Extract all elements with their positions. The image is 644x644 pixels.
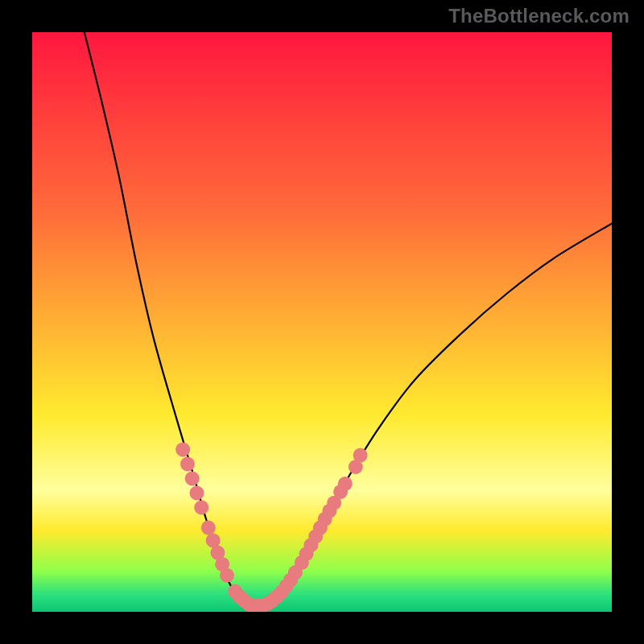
svg-rect-0 [32, 32, 612, 612]
chart-stage: TheBottleneck.com [0, 0, 644, 644]
background-gradient [32, 32, 612, 612]
branding-label: TheBottleneck.com [448, 5, 630, 27]
plot-area [32, 32, 612, 612]
